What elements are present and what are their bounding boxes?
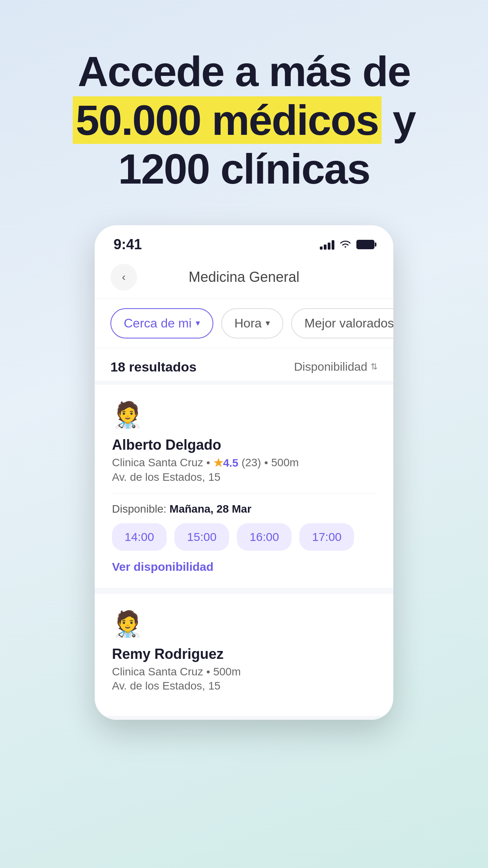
hora-dropdown-icon: ▾ <box>266 318 270 328</box>
filter-cerca-label: Cerca de mi <box>124 316 192 331</box>
doctor-avatar-1: 🧑‍⚕️ <box>112 399 143 430</box>
dot-separator-3: • <box>206 666 210 678</box>
dot-separator-2: • <box>264 456 268 469</box>
status-icons <box>320 239 374 250</box>
cerca-dropdown-icon: ▾ <box>196 318 200 328</box>
doctor-clinic-1: Clinica Santa Cruz <box>112 456 203 469</box>
wifi-icon <box>339 240 352 249</box>
time-slot-1500[interactable]: 15:00 <box>174 523 229 551</box>
signal-icon <box>320 239 334 250</box>
time-slot-1400[interactable]: 14:00 <box>112 523 167 551</box>
hero-line2-end: y <box>382 96 415 144</box>
hero-highlight: 50.000 médicos <box>73 96 382 144</box>
time-slot-1700[interactable]: 17:00 <box>299 523 354 551</box>
available-label-1: Disponible: Mañana, 28 Mar <box>112 503 376 515</box>
doctor-card-1[interactable]: 🧑‍⚕️ Alberto Delgado Clinica Santa Cruz … <box>95 385 393 588</box>
doctor-info-1: Clinica Santa Cruz • ★4.5 (23) • 500m <box>112 456 376 469</box>
filter-mejor-valorados[interactable]: Mejor valorados <box>291 308 393 338</box>
doctor-name-2: Remy Rodriguez <box>112 646 376 662</box>
back-chevron-icon: ‹ <box>122 272 125 283</box>
sort-arrows-icon: ⇅ <box>371 362 378 372</box>
doctor-reviews-1: (23) <box>242 456 261 469</box>
battery-icon <box>356 240 374 249</box>
back-button[interactable]: ‹ <box>110 264 137 291</box>
results-count: 18 resultados <box>110 359 196 375</box>
nav-bar: ‹ Medicina General <box>95 257 393 299</box>
dot-separator-1: • <box>206 456 210 469</box>
filter-cerca-de-mi[interactable]: Cerca de mi ▾ <box>110 308 213 338</box>
doctor-distance-1: 500m <box>271 456 299 469</box>
filter-bar: Cerca de mi ▾ Hora ▾ Mejor valorados <box>95 299 393 348</box>
hero-line1: Accede a más de <box>78 48 411 95</box>
filter-hora-label: Hora <box>235 316 262 331</box>
results-header: 18 resultados Disponibilidad ⇅ <box>95 348 393 381</box>
card-divider-1 <box>112 493 376 493</box>
doctor-distance-2: 500m <box>213 666 241 678</box>
sort-label: Disponibilidad <box>294 360 367 373</box>
doctor-card-2[interactable]: 🧑‍⚕️ Remy Rodriguez Clinica Santa Cruz •… <box>95 594 393 716</box>
hero-line3: 1200 clínicas <box>118 145 370 193</box>
hero-section: Accede a más de 50.000 médicos y 1200 cl… <box>0 0 488 217</box>
cards-container: 🧑‍⚕️ Alberto Delgado Clinica Santa Cruz … <box>95 381 393 720</box>
status-bar: 9:41 <box>95 225 393 257</box>
time-slots-1: 14:00 15:00 16:00 17:00 <box>112 523 376 551</box>
doctor-address-2: Av. de los Estados, 15 <box>112 680 376 692</box>
doctor-avatar-2: 🧑‍⚕️ <box>112 608 143 640</box>
star-icon-1: ★ <box>213 457 223 469</box>
doctor-rating-1: ★4.5 <box>213 456 238 469</box>
nav-title: Medicina General <box>137 269 351 285</box>
hero-title: Accede a más de 50.000 médicos y 1200 cl… <box>31 47 457 194</box>
sort-button[interactable]: Disponibilidad ⇅ <box>294 360 378 373</box>
filter-hora[interactable]: Hora ▾ <box>221 308 283 338</box>
doctor-address-1: Av. de los Estados, 15 <box>112 471 376 484</box>
available-date-1: Mañana, 28 Mar <box>169 503 251 515</box>
doctor-clinic-2: Clinica Santa Cruz <box>112 666 203 678</box>
filter-mejor-label: Mejor valorados <box>305 316 393 331</box>
doctor-name-1: Alberto Delgado <box>112 437 376 453</box>
status-time: 9:41 <box>114 236 142 253</box>
time-slot-1600[interactable]: 16:00 <box>237 523 292 551</box>
ver-disponibilidad-btn-1[interactable]: Ver disponibilidad <box>112 560 376 574</box>
doctor-info-2: Clinica Santa Cruz • 500m <box>112 666 376 678</box>
phone-mockup: 9:41 ‹ Medicina General Cerca de mi ▾ Ho… <box>95 225 393 720</box>
